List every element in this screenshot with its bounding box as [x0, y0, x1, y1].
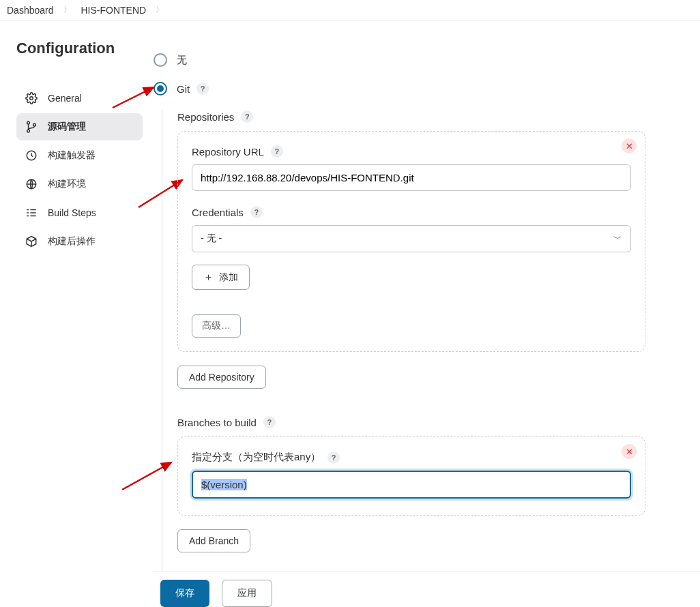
label-branch-spec: 指定分支（为空时代表any） ? [192, 451, 631, 464]
sidebar-item-env[interactable]: 构建环境 [16, 171, 143, 198]
svg-point-2 [27, 130, 30, 132]
help-icon[interactable]: ? [263, 416, 276, 428]
radio-option-none[interactable]: 无 [154, 53, 645, 67]
section-branches: Branches to build ? [177, 416, 645, 428]
help-icon[interactable]: ? [196, 83, 209, 95]
delete-repo-button[interactable]: ✕ [622, 138, 637, 153]
delete-branch-button[interactable]: ✕ [622, 444, 637, 459]
breadcrumb-project[interactable]: HIS-FONTEND [80, 5, 148, 16]
repo-url-input[interactable] [192, 164, 631, 191]
breadcrumb-root[interactable]: Dashboard [5, 5, 55, 16]
sidebar-item-label: General [48, 93, 82, 104]
breadcrumb: Dashboard 〉 HIS-FONTEND 〉 [0, 0, 700, 20]
chevron-down-icon: ﹀ [613, 233, 622, 245]
radio-label: 无 [177, 54, 187, 67]
section-repositories: Repositories ? [177, 110, 645, 123]
branch-block: ✕ 指定分支（为空时代表any） ? $(version) [177, 436, 645, 516]
plus-icon: ＋ [203, 271, 214, 284]
add-branch-button[interactable]: Add Branch [177, 529, 250, 552]
svg-point-0 [30, 97, 33, 100]
clock-icon [25, 149, 38, 162]
help-icon[interactable]: ? [271, 145, 283, 158]
package-icon [25, 235, 38, 248]
label-credentials: Credentials ? [192, 206, 631, 218]
sidebar-item-label: 构建触发器 [48, 149, 96, 162]
chevron-right-icon: 〉 [63, 4, 72, 16]
git-branch-icon [25, 120, 38, 134]
branch-spec-input[interactable]: $(version) [192, 471, 631, 499]
save-button[interactable]: 保存 [160, 580, 209, 607]
sidebar-item-steps[interactable]: Build Steps [16, 199, 143, 226]
svg-point-3 [33, 123, 36, 126]
sidebar-item-triggers[interactable]: 构建触发器 [16, 142, 143, 169]
add-credential-button[interactable]: ＋添加 [192, 265, 250, 290]
sidebar-item-label: Build Steps [48, 207, 96, 218]
footer-bar: 保存 应用 [154, 571, 700, 607]
label-repo-url: Repository URL ? [192, 145, 631, 158]
sidebar-item-scm[interactable]: 源码管理 [16, 113, 143, 140]
radio-option-git[interactable]: Git ? [154, 82, 645, 95]
add-repository-button[interactable]: Add Repository [177, 366, 266, 389]
steps-icon [25, 206, 38, 220]
main-content: 无 Git ? Repositories ? ✕ Repository URL … [154, 20, 700, 607]
advanced-button[interactable]: 高级… [192, 314, 241, 338]
svg-point-1 [27, 121, 30, 124]
credentials-select[interactable]: - 无 - ﹀ [192, 225, 631, 252]
repository-block: ✕ Repository URL ? Credentials ? - 无 - ﹀… [177, 131, 645, 352]
help-icon[interactable]: ? [327, 451, 340, 464]
radio-icon-selected [154, 82, 167, 95]
radio-icon [154, 53, 167, 67]
globe-icon [25, 177, 38, 191]
sidebar-item-label: 构建后操作 [48, 235, 96, 248]
apply-button[interactable]: 应用 [222, 580, 272, 607]
chevron-right-icon: 〉 [156, 4, 164, 16]
sidebar: Configuration General 源码管理 构建触发器 构建环境 Bu… [0, 20, 154, 607]
radio-label: Git [177, 83, 190, 95]
help-icon[interactable]: ? [250, 206, 263, 218]
sidebar-item-label: 源码管理 [48, 121, 86, 133]
sidebar-item-post[interactable]: 构建后操作 [16, 228, 143, 255]
gear-icon [25, 91, 38, 105]
help-icon[interactable]: ? [241, 110, 253, 123]
page-title: Configuration [16, 40, 143, 57]
sidebar-item-general[interactable]: General [16, 85, 143, 112]
sidebar-item-label: 构建环境 [48, 178, 86, 190]
